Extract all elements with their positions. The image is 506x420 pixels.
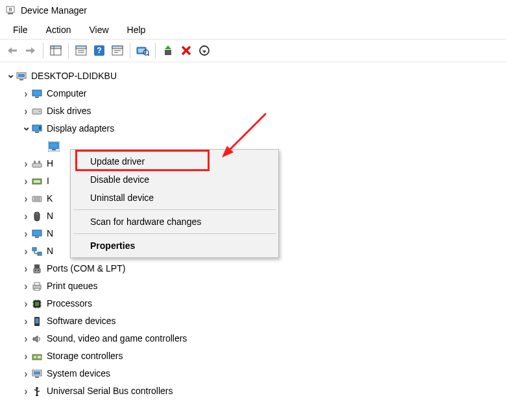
tree-item-label: K [47, 191, 53, 207]
menubar: File Action View Help [0, 19, 506, 39]
window-title: Device Manager [21, 5, 87, 16]
uninstall-button[interactable] [178, 42, 195, 59]
menu-view[interactable]: View [80, 22, 117, 38]
chevron-right-icon[interactable] [21, 365, 31, 382]
svg-point-59 [38, 270, 39, 271]
svg-rect-39 [32, 163, 42, 167]
ctx-update-driver[interactable]: Update driver [72, 152, 277, 170]
svg-rect-56 [34, 264, 40, 268]
chevron-right-icon[interactable] [21, 190, 31, 207]
tree-item-display-adapters[interactable]: Display adapters [3, 120, 503, 137]
tree-item-disk-drives[interactable]: Disk drives [3, 102, 503, 120]
menu-file[interactable]: File [4, 22, 37, 38]
disable-button[interactable] [196, 42, 213, 59]
chevron-right-icon[interactable] [21, 207, 31, 225]
chevron-right-icon[interactable] [21, 155, 31, 172]
svg-rect-64 [35, 302, 39, 306]
tree-item-label: Software devices [47, 314, 116, 329]
toolbar: ? [0, 39, 506, 62]
tree-item-label: Processors [47, 296, 92, 312]
ctx-uninstall-device[interactable]: Uninstall device [72, 189, 277, 207]
update-driver-button[interactable] [160, 42, 176, 59]
chevron-right-icon[interactable] [21, 172, 31, 190]
action-props-button[interactable] [109, 42, 126, 59]
tree-item-usb[interactable]: Universal Serial Bus controllers [3, 382, 503, 400]
chevron-right-icon[interactable] [21, 260, 31, 277]
chevron-right-icon[interactable] [21, 242, 31, 260]
chevron-right-icon[interactable] [21, 382, 31, 400]
help-button[interactable]: ? [91, 42, 108, 59]
svg-rect-36 [35, 132, 39, 133]
svg-rect-50 [32, 230, 42, 236]
tree-item-label: N [47, 209, 53, 224]
svg-rect-3 [11, 8, 12, 11]
svg-rect-37 [49, 143, 58, 148]
monitor-icon [31, 229, 43, 239]
ctx-properties[interactable]: Properties [72, 237, 277, 255]
chevron-right-icon[interactable] [21, 295, 31, 312]
tree-item-print-queues[interactable]: Print queues [3, 277, 503, 295]
chevron-down-icon[interactable] [21, 120, 31, 137]
ctx-scan-hardware[interactable]: Scan for hardware changes [72, 213, 277, 231]
ctx-disable-device[interactable]: Disable device [72, 170, 277, 189]
computer-icon [16, 71, 27, 82]
context-menu: Update driver Disable device Uninstall d… [70, 149, 279, 258]
network-icon [31, 246, 43, 257]
display-adapter-icon [48, 141, 60, 152]
chevron-down-icon[interactable] [5, 67, 16, 85]
tree-item-label: Display adapters [47, 121, 114, 137]
tree-item-label: Computer [47, 86, 86, 102]
scan-hardware-button[interactable] [134, 42, 151, 59]
tree-item-label: Ports (COM & LPT) [47, 261, 125, 277]
software-device-icon [31, 316, 43, 327]
menu-help[interactable]: Help [118, 22, 155, 38]
display-adapter-icon [31, 124, 43, 134]
processor-icon [31, 299, 43, 309]
tree-item-sound[interactable]: Sound, video and game controllers [3, 330, 503, 347]
ide-icon [31, 176, 43, 187]
tree-item-label: Sound, video and game controllers [47, 331, 187, 347]
chevron-right-icon[interactable] [21, 85, 31, 102]
tree-item-ports[interactable]: Ports (COM & LPT) [3, 260, 503, 277]
svg-rect-0 [6, 6, 14, 12]
chevron-right-icon[interactable] [21, 347, 31, 365]
svg-rect-85 [36, 395, 38, 396]
tree-item-software-devices[interactable]: Software devices [3, 312, 503, 330]
svg-rect-43 [34, 180, 40, 183]
chevron-right-icon[interactable] [21, 330, 31, 347]
printer-icon [31, 281, 43, 292]
svg-rect-51 [35, 237, 39, 238]
monitor-icon [31, 89, 43, 99]
chevron-right-icon[interactable] [21, 225, 31, 242]
svg-point-76 [34, 356, 36, 358]
tree-item-processors[interactable]: Processors [3, 295, 503, 312]
usb-icon [31, 386, 43, 397]
forward-button[interactable] [22, 42, 39, 59]
tree-item-label: System devices [47, 366, 110, 382]
tree-root-label: DESKTOP-LDIDKBU [31, 69, 117, 84]
chevron-right-icon[interactable] [21, 277, 31, 295]
tree-item-computer[interactable]: Computer [3, 85, 503, 102]
properties-button[interactable] [73, 42, 90, 59]
storage-controller-icon [31, 351, 43, 362]
menu-action[interactable]: Action [37, 22, 80, 38]
svg-rect-61 [34, 283, 40, 285]
titlebar: Device Manager [0, 0, 506, 19]
system-device-icon [31, 369, 43, 379]
tree-item-system-devices[interactable]: System devices [3, 365, 503, 382]
svg-point-58 [35, 270, 36, 271]
tree-item-label: Storage controllers [47, 349, 123, 364]
tree-item-label: I [47, 174, 49, 189]
tree-root[interactable]: DESKTOP-LDIDKBU [3, 67, 503, 85]
svg-rect-74 [36, 318, 39, 323]
tree-item-label: H [47, 156, 53, 172]
toolbar-sep [68, 43, 69, 58]
show-hide-console-button[interactable] [47, 42, 64, 59]
svg-rect-30 [32, 90, 42, 96]
tree-item-label: Universal Serial Bus controllers [47, 384, 173, 399]
chevron-right-icon[interactable] [21, 312, 31, 330]
svg-rect-79 [34, 371, 40, 375]
toolbar-sep [155, 43, 156, 58]
tree-item-storage[interactable]: Storage controllers [3, 347, 503, 365]
back-button[interactable] [4, 42, 21, 59]
